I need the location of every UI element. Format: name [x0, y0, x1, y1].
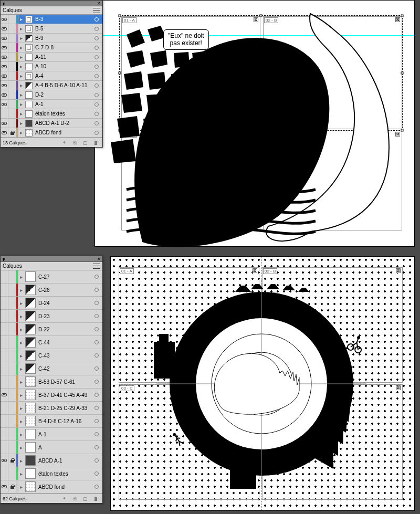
- layer-target[interactable]: [92, 364, 101, 373]
- disclosure-triangle[interactable]: ▸: [18, 432, 24, 437]
- visibility-toggle[interactable]: [1, 100, 8, 109]
- layer-row[interactable]: ▸C-7 D-8: [1, 43, 102, 53]
- layer-row[interactable]: ▸A-1: [1, 428, 102, 441]
- layer-target[interactable]: [92, 312, 101, 320]
- layer-target[interactable]: [92, 391, 101, 399]
- layer-target[interactable]: [92, 129, 101, 137]
- disclosure-triangle[interactable]: ▸: [18, 130, 24, 135]
- visibility-toggle[interactable]: [1, 109, 8, 118]
- layer-row[interactable]: ▸C-27: [1, 270, 102, 284]
- visibility-toggle[interactable]: [1, 119, 8, 128]
- disclosure-triangle[interactable]: ▸: [18, 16, 24, 22]
- layer-target[interactable]: [92, 417, 101, 425]
- disclosure-triangle[interactable]: ▸: [18, 471, 24, 477]
- lock-toggle[interactable]: [8, 349, 16, 362]
- lock-toggle[interactable]: [8, 297, 16, 309]
- layer-name[interactable]: D-22: [37, 327, 92, 332]
- visibility-toggle[interactable]: [1, 81, 8, 90]
- footer-btn-new-layer[interactable]: ▢: [80, 139, 90, 146]
- layer-name[interactable]: D-2: [34, 92, 92, 98]
- layer-row[interactable]: ▸C-42: [1, 362, 102, 375]
- visibility-toggle[interactable]: [1, 336, 8, 349]
- layer-target[interactable]: [92, 482, 101, 491]
- layer-name[interactable]: C-7 D-8: [34, 45, 92, 50]
- footer-btn-trash[interactable]: 🗑: [91, 495, 100, 502]
- visibility-toggle[interactable]: [1, 128, 8, 137]
- layer-name[interactable]: D-23: [37, 313, 92, 319]
- lock-toggle[interactable]: [8, 62, 16, 71]
- disclosure-triangle[interactable]: ▸: [18, 392, 24, 398]
- canvas-bottom[interactable]: 01 - A ⊠ 02 - B ⊠ 03 - C ⊠ 04 - D ⊠: [110, 256, 415, 511]
- layer-target[interactable]: [92, 377, 101, 386]
- layer-row[interactable]: ▸C-26: [1, 284, 102, 297]
- layers-panel-bottom[interactable]: ▸▸ × Calques ▸C-27▸C-26▸D-24▸D-23▸D-22▸C…: [0, 256, 103, 503]
- panel-close-x[interactable]: ×: [97, 256, 100, 262]
- layer-row[interactable]: ▸étalon textes: [1, 467, 102, 480]
- layer-row[interactable]: ▸A: [1, 441, 102, 454]
- disclosure-triangle[interactable]: ▸: [18, 287, 24, 293]
- layer-name[interactable]: A-11: [34, 54, 92, 60]
- visibility-toggle[interactable]: [1, 15, 8, 24]
- layer-row[interactable]: ▸B-21 D-25 C-29 A-33: [1, 402, 102, 415]
- lock-toggle[interactable]: [8, 24, 16, 33]
- disclosure-triangle[interactable]: ▸: [18, 54, 24, 60]
- layer-row[interactable]: ▸B-4 D-8 C-12 A-16: [1, 415, 102, 428]
- layer-target[interactable]: [92, 53, 101, 61]
- layer-name[interactable]: A: [37, 445, 92, 450]
- footer-btn-locate[interactable]: ⌖: [59, 139, 69, 146]
- panel-grip-top[interactable]: ▸▸ ×: [1, 1, 102, 6]
- disclosure-triangle[interactable]: ▸: [18, 353, 24, 359]
- visibility-toggle[interactable]: [1, 62, 8, 71]
- lock-toggle[interactable]: [8, 415, 16, 427]
- lock-toggle[interactable]: [8, 43, 16, 52]
- footer-btn-trash[interactable]: 🗑: [91, 139, 100, 146]
- layer-name[interactable]: A-1: [34, 101, 92, 107]
- layers-panel-top[interactable]: ▸▸ × Calques ▸B-3▸B-5▸B-9▸C-7 D-8▸A-11▸A…: [0, 0, 103, 148]
- layer-name[interactable]: C-42: [37, 366, 92, 372]
- layer-name[interactable]: étalon textes: [37, 471, 92, 477]
- layer-name[interactable]: ABCD fond: [34, 130, 92, 135]
- lock-toggle[interactable]: [8, 284, 16, 296]
- layer-target[interactable]: [92, 81, 101, 90]
- layer-target[interactable]: [92, 72, 101, 80]
- visibility-toggle[interactable]: [1, 90, 8, 99]
- layer-row[interactable]: ▸B-5: [1, 24, 102, 34]
- disclosure-triangle[interactable]: ▸: [18, 111, 24, 117]
- disclosure-triangle[interactable]: ▸: [18, 73, 24, 79]
- visibility-toggle[interactable]: [1, 454, 8, 467]
- layer-name[interactable]: B-3: [34, 16, 92, 22]
- lock-toggle[interactable]: [8, 467, 16, 480]
- disclosure-triangle[interactable]: ▸: [18, 45, 24, 50]
- layer-name[interactable]: B-53 D-57 C-61: [37, 379, 92, 385]
- lock-toggle[interactable]: [8, 71, 16, 80]
- layer-target[interactable]: [92, 338, 101, 347]
- visibility-toggle[interactable]: [1, 428, 8, 440]
- layer-target[interactable]: [92, 456, 101, 465]
- lock-toggle[interactable]: [8, 15, 16, 24]
- visibility-toggle[interactable]: [1, 34, 8, 43]
- panel-menu-icon[interactable]: [93, 8, 100, 13]
- layer-name[interactable]: B-21 D-25 C-29 A-33: [37, 405, 92, 411]
- layer-name[interactable]: D-24: [37, 300, 92, 306]
- layer-row[interactable]: ▸A-11: [1, 53, 102, 62]
- layer-name[interactable]: B-4 D-8 C-12 A-16: [37, 418, 92, 424]
- layer-name[interactable]: ABCD fond: [37, 484, 92, 490]
- layer-row[interactable]: ▸D-2: [1, 90, 102, 100]
- visibility-toggle[interactable]: [1, 375, 8, 388]
- layer-target[interactable]: [92, 34, 101, 43]
- layer-row[interactable]: ▸C-44: [1, 336, 102, 349]
- lock-toggle[interactable]: [8, 428, 16, 440]
- visibility-toggle[interactable]: [1, 480, 8, 493]
- panel-grip-bottom[interactable]: ▸▸ ×: [1, 256, 102, 262]
- visibility-toggle[interactable]: [1, 402, 8, 414]
- layer-target[interactable]: [92, 286, 101, 294]
- disclosure-triangle[interactable]: ▸: [18, 300, 24, 306]
- lock-toggle[interactable]: [8, 480, 16, 493]
- layer-row[interactable]: ▸A-10: [1, 62, 102, 71]
- disclosure-triangle[interactable]: ▸: [18, 458, 24, 464]
- layer-target[interactable]: [92, 325, 101, 333]
- layer-name[interactable]: B-37 D-41 C-45 A-49: [37, 392, 92, 398]
- layer-name[interactable]: étalon textes: [34, 111, 92, 117]
- disclosure-triangle[interactable]: ▸: [18, 327, 24, 332]
- lock-toggle[interactable]: [8, 441, 16, 454]
